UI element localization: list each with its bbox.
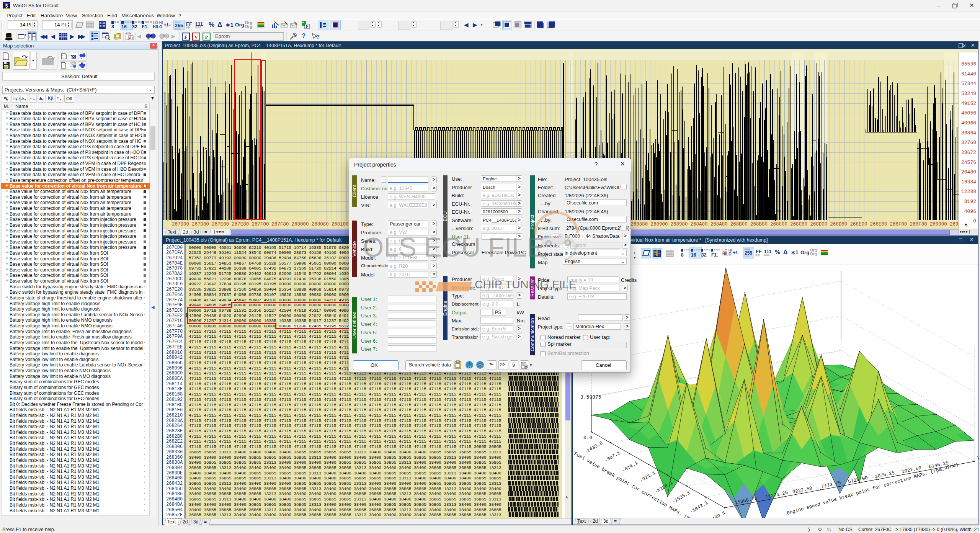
svg-text:IHL..: IHL.. [147, 38, 151, 40]
svg-text:IHL..: IHL.. [160, 38, 165, 40]
svg-text:5: 5 [5, 3, 8, 9]
svg-text:?: ? [316, 33, 320, 40]
svg-text:F: F [185, 34, 188, 40]
svg-text:F: F [306, 25, 308, 29]
svg-text:V: V [194, 34, 198, 40]
svg-text:P: P [205, 34, 208, 40]
